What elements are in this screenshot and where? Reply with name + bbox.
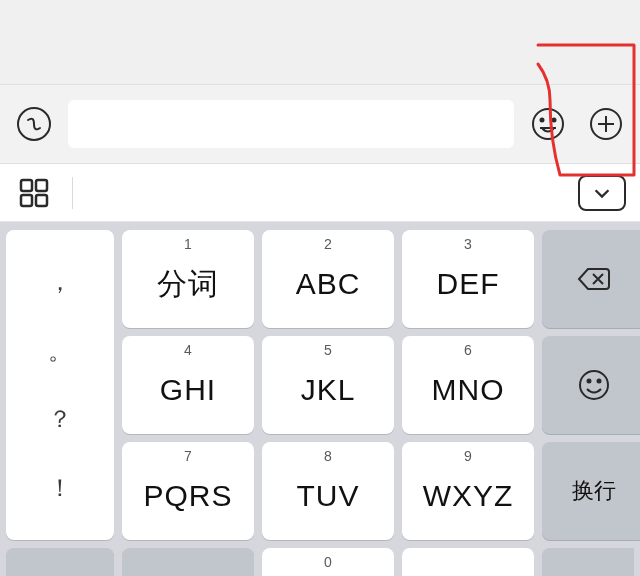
svg-point-10: [588, 380, 591, 383]
key-2[interactable]: 2ABC: [262, 230, 394, 328]
enter-key[interactable]: 换行: [542, 442, 640, 540]
key-9[interactable]: 9WXYZ: [402, 442, 534, 540]
punct-question[interactable]: ？: [48, 403, 72, 435]
delete-icon: [574, 259, 614, 299]
apps-button[interactable]: [14, 173, 54, 213]
svg-point-3: [553, 119, 556, 122]
svg-point-9: [580, 371, 608, 399]
side-extra[interactable]: [542, 548, 634, 576]
punctuation-column[interactable]: ， 。 ？ ！: [6, 230, 114, 540]
keyboard-toolbar: [0, 164, 640, 222]
key-8[interactable]: 8TUV: [262, 442, 394, 540]
voice-input-button[interactable]: [10, 100, 58, 148]
chevron-down-icon: [591, 182, 613, 204]
key-0[interactable]: 0空格: [262, 548, 394, 576]
key-7[interactable]: 7PQRS: [122, 442, 254, 540]
plus-button[interactable]: [582, 100, 630, 148]
collapse-keyboard-button[interactable]: [578, 175, 626, 211]
content-area: [0, 0, 640, 84]
key-1[interactable]: 1分词: [122, 230, 254, 328]
message-input[interactable]: [68, 100, 514, 148]
chat-input-bar: [0, 84, 640, 164]
svg-rect-5: [21, 180, 32, 191]
apps-grid-icon: [14, 173, 54, 213]
key-3[interactable]: 3DEF: [402, 230, 534, 328]
key-space[interactable]: [402, 548, 534, 576]
mode-key[interactable]: 拼: [6, 548, 114, 576]
keyboard: ， 。 ？ ！ 1分词 2ABC 3DEF 4GHI 5JKL 6MNO 7PQ…: [0, 222, 640, 576]
svg-rect-7: [21, 195, 32, 206]
emoji-icon: [528, 104, 568, 144]
emoji-button[interactable]: [524, 100, 572, 148]
key-5[interactable]: 5JKL: [262, 336, 394, 434]
delete-key[interactable]: [542, 230, 640, 328]
svg-point-11: [598, 380, 601, 383]
voice-wave-icon: [14, 104, 54, 144]
emoji-key[interactable]: [542, 336, 640, 434]
svg-point-2: [541, 119, 544, 122]
plus-icon: [586, 104, 626, 144]
key-6[interactable]: 6MNO: [402, 336, 534, 434]
toolbar-divider: [72, 177, 73, 209]
punct-exclaim[interactable]: ！: [48, 472, 72, 504]
globe-key[interactable]: [122, 548, 254, 576]
svg-rect-6: [36, 180, 47, 191]
svg-point-1: [533, 109, 563, 139]
smile-icon: [574, 365, 614, 405]
key-4[interactable]: 4GHI: [122, 336, 254, 434]
punct-comma[interactable]: ，: [48, 266, 72, 298]
punct-period[interactable]: 。: [48, 335, 72, 367]
svg-rect-8: [36, 195, 47, 206]
